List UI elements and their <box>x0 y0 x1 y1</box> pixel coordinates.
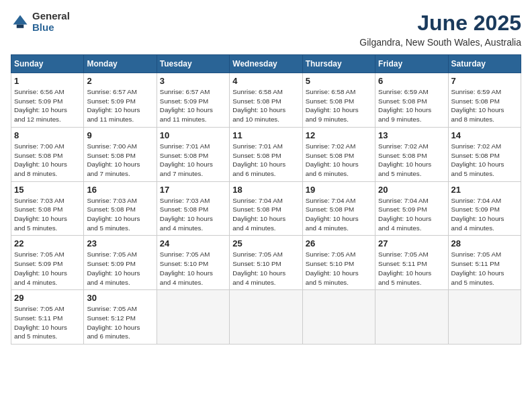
day-info: Sunrise: 7:05 AM Sunset: 5:11 PM Dayligh… <box>378 250 445 287</box>
logo-icon <box>11 13 30 32</box>
table-row: 30Sunrise: 7:05 AM Sunset: 5:12 PM Dayli… <box>84 290 157 345</box>
day-number: 3 <box>160 76 226 86</box>
header-thursday: Thursday <box>302 55 375 73</box>
day-info: Sunrise: 6:57 AM Sunset: 5:09 PM Dayligh… <box>87 87 153 124</box>
logo-blue-label: Blue <box>32 22 70 34</box>
day-number: 27 <box>378 238 445 248</box>
day-number: 4 <box>232 76 299 86</box>
table-row <box>230 290 302 345</box>
day-number: 30 <box>87 293 153 303</box>
day-number: 9 <box>87 130 153 140</box>
svg-marker-0 <box>13 15 28 24</box>
table-row: 18Sunrise: 7:04 AM Sunset: 5:08 PM Dayli… <box>230 181 302 236</box>
table-row: 25Sunrise: 7:05 AM Sunset: 5:10 PM Dayli… <box>230 236 302 290</box>
table-row: 8Sunrise: 7:00 AM Sunset: 5:08 PM Daylig… <box>11 127 84 181</box>
day-info: Sunrise: 7:03 AM Sunset: 5:08 PM Dayligh… <box>14 196 81 233</box>
day-info: Sunrise: 7:05 AM Sunset: 5:10 PM Dayligh… <box>160 250 226 287</box>
day-number: 7 <box>451 76 518 86</box>
table-row: 15Sunrise: 7:03 AM Sunset: 5:08 PM Dayli… <box>11 181 84 236</box>
day-number: 29 <box>14 293 81 303</box>
day-info: Sunrise: 7:02 AM Sunset: 5:08 PM Dayligh… <box>306 142 372 179</box>
day-number: 20 <box>378 185 445 195</box>
table-row: 10Sunrise: 7:01 AM Sunset: 5:08 PM Dayli… <box>157 127 229 181</box>
day-info: Sunrise: 7:01 AM Sunset: 5:08 PM Dayligh… <box>160 142 226 179</box>
table-row: 3Sunrise: 6:57 AM Sunset: 5:09 PM Daylig… <box>157 73 229 128</box>
logo: General Blue <box>11 11 70 33</box>
day-info: Sunrise: 7:00 AM Sunset: 5:08 PM Dayligh… <box>14 142 81 179</box>
table-row: 29Sunrise: 7:05 AM Sunset: 5:11 PM Dayli… <box>11 290 84 345</box>
day-number: 12 <box>306 130 372 140</box>
day-number: 23 <box>87 238 153 248</box>
day-number: 17 <box>160 185 226 195</box>
table-row: 27Sunrise: 7:05 AM Sunset: 5:11 PM Dayli… <box>375 236 448 290</box>
day-info: Sunrise: 6:59 AM Sunset: 5:08 PM Dayligh… <box>451 87 518 124</box>
table-row: 23Sunrise: 7:05 AM Sunset: 5:09 PM Dayli… <box>84 236 157 290</box>
table-row: 22Sunrise: 7:05 AM Sunset: 5:09 PM Dayli… <box>11 236 84 290</box>
location-title: Gilgandra, New South Wales, Australia <box>359 37 521 48</box>
day-number: 13 <box>378 130 445 140</box>
header-sunday: Sunday <box>11 55 84 73</box>
table-row: 5Sunrise: 6:58 AM Sunset: 5:08 PM Daylig… <box>302 73 375 128</box>
table-row <box>302 290 375 345</box>
calendar-table: Sunday Monday Tuesday Wednesday Thursday… <box>11 54 521 345</box>
day-info: Sunrise: 7:03 AM Sunset: 5:08 PM Dayligh… <box>160 196 226 233</box>
table-row: 24Sunrise: 7:05 AM Sunset: 5:10 PM Dayli… <box>157 236 229 290</box>
table-row: 17Sunrise: 7:03 AM Sunset: 5:08 PM Dayli… <box>157 181 229 236</box>
day-number: 28 <box>451 238 518 248</box>
header-wednesday: Wednesday <box>230 55 302 73</box>
day-info: Sunrise: 7:02 AM Sunset: 5:08 PM Dayligh… <box>451 142 518 179</box>
title-block: June 2025 Gilgandra, New South Wales, Au… <box>359 11 521 48</box>
day-info: Sunrise: 7:01 AM Sunset: 5:08 PM Dayligh… <box>232 142 299 179</box>
table-row: 6Sunrise: 6:59 AM Sunset: 5:08 PM Daylig… <box>375 73 448 128</box>
month-title: June 2025 <box>359 11 521 36</box>
table-row: 2Sunrise: 6:57 AM Sunset: 5:09 PM Daylig… <box>84 73 157 128</box>
day-info: Sunrise: 7:02 AM Sunset: 5:08 PM Dayligh… <box>378 142 445 179</box>
day-info: Sunrise: 7:03 AM Sunset: 5:08 PM Dayligh… <box>87 196 153 233</box>
day-info: Sunrise: 7:04 AM Sunset: 5:09 PM Dayligh… <box>378 196 445 233</box>
day-info: Sunrise: 6:58 AM Sunset: 5:08 PM Dayligh… <box>306 87 372 124</box>
day-number: 10 <box>160 130 226 140</box>
header-monday: Monday <box>84 55 157 73</box>
day-info: Sunrise: 6:59 AM Sunset: 5:08 PM Dayligh… <box>378 87 445 124</box>
table-row: 9Sunrise: 7:00 AM Sunset: 5:08 PM Daylig… <box>84 127 157 181</box>
day-info: Sunrise: 7:00 AM Sunset: 5:08 PM Dayligh… <box>87 142 153 179</box>
day-info: Sunrise: 7:04 AM Sunset: 5:08 PM Dayligh… <box>232 196 299 233</box>
logo-text: General Blue <box>32 11 70 33</box>
table-row: 4Sunrise: 6:58 AM Sunset: 5:08 PM Daylig… <box>230 73 302 128</box>
header-tuesday: Tuesday <box>157 55 229 73</box>
day-number: 8 <box>14 130 81 140</box>
day-info: Sunrise: 7:04 AM Sunset: 5:09 PM Dayligh… <box>451 196 518 233</box>
table-row: 20Sunrise: 7:04 AM Sunset: 5:09 PM Dayli… <box>375 181 448 236</box>
calendar-row: 29Sunrise: 7:05 AM Sunset: 5:11 PM Dayli… <box>11 290 521 345</box>
day-number: 2 <box>87 76 153 86</box>
table-row: 16Sunrise: 7:03 AM Sunset: 5:08 PM Dayli… <box>84 181 157 236</box>
day-info: Sunrise: 7:05 AM Sunset: 5:11 PM Dayligh… <box>451 250 518 287</box>
day-info: Sunrise: 6:57 AM Sunset: 5:09 PM Dayligh… <box>160 87 226 124</box>
day-info: Sunrise: 7:05 AM Sunset: 5:10 PM Dayligh… <box>306 250 372 287</box>
day-info: Sunrise: 7:05 AM Sunset: 5:09 PM Dayligh… <box>14 250 81 287</box>
day-number: 22 <box>14 238 81 248</box>
day-number: 15 <box>14 185 81 195</box>
day-number: 21 <box>451 185 518 195</box>
page-header: General Blue June 2025 Gilgandra, New So… <box>11 11 521 48</box>
table-row <box>157 290 229 345</box>
table-row: 26Sunrise: 7:05 AM Sunset: 5:10 PM Dayli… <box>302 236 375 290</box>
table-row: 7Sunrise: 6:59 AM Sunset: 5:08 PM Daylig… <box>448 73 521 128</box>
table-row <box>375 290 448 345</box>
weekday-header-row: Sunday Monday Tuesday Wednesday Thursday… <box>11 55 521 73</box>
day-number: 1 <box>14 76 81 86</box>
table-row <box>448 290 521 345</box>
day-number: 16 <box>87 185 153 195</box>
table-row: 12Sunrise: 7:02 AM Sunset: 5:08 PM Dayli… <box>302 127 375 181</box>
table-row: 28Sunrise: 7:05 AM Sunset: 5:11 PM Dayli… <box>448 236 521 290</box>
svg-rect-1 <box>17 24 24 28</box>
header-saturday: Saturday <box>448 55 521 73</box>
table-row: 13Sunrise: 7:02 AM Sunset: 5:08 PM Dayli… <box>375 127 448 181</box>
day-info: Sunrise: 7:05 AM Sunset: 5:12 PM Dayligh… <box>87 304 153 341</box>
day-info: Sunrise: 7:05 AM Sunset: 5:11 PM Dayligh… <box>14 304 81 341</box>
day-number: 6 <box>378 76 445 86</box>
calendar-row: 22Sunrise: 7:05 AM Sunset: 5:09 PM Dayli… <box>11 236 521 290</box>
table-row: 14Sunrise: 7:02 AM Sunset: 5:08 PM Dayli… <box>448 127 521 181</box>
table-row: 11Sunrise: 7:01 AM Sunset: 5:08 PM Dayli… <box>230 127 302 181</box>
day-number: 11 <box>232 130 299 140</box>
